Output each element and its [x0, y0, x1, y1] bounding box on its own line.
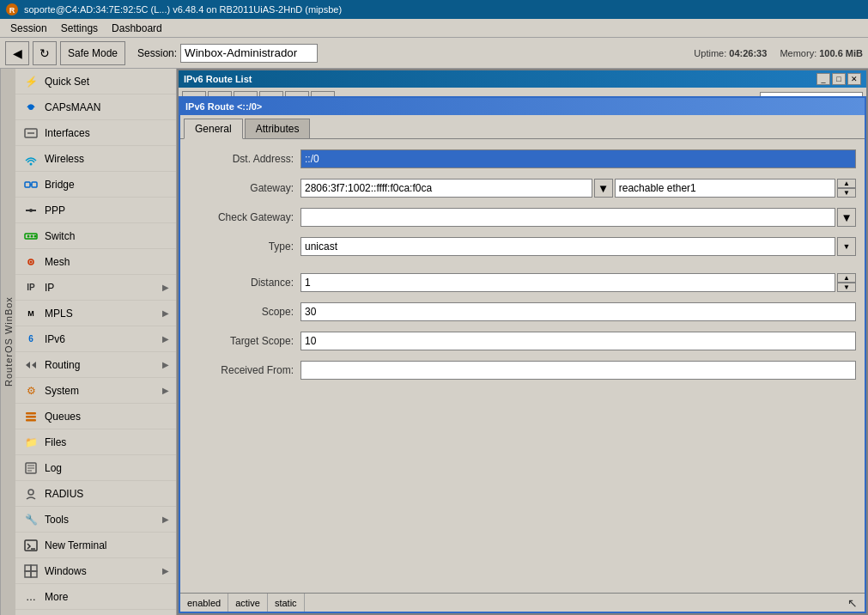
svg-rect-7 [32, 182, 37, 187]
gateway-input[interactable] [300, 179, 592, 198]
sidebar-item-label: Files [45, 436, 169, 448]
distance-spin-up[interactable]: ▲ [837, 273, 856, 283]
uptime-value: 04:26:33 [729, 48, 767, 58]
menu-dashboard[interactable]: Dashboard [105, 21, 169, 36]
title-bar: R soporte@C4:AD:34:7E:92:5C (L...) v6.48… [0, 0, 868, 19]
sidebar-item-label: IPv6 [45, 333, 162, 345]
interfaces-icon [22, 125, 39, 142]
routing-expand-arrow: ▶ [162, 360, 169, 369]
sidebar: ⚡ Quick Set CAPsMAAN Interfaces Wireless [15, 69, 177, 615]
sidebar-item-interfaces[interactable]: Interfaces [15, 120, 176, 146]
sidebar-item-more[interactable]: … More [15, 584, 176, 610]
sidebar-item-switch[interactable]: Switch [15, 223, 176, 249]
sidebar-item-quick-set[interactable]: ⚡ Quick Set [15, 69, 176, 94]
sidebar-item-label: CAPsMAAN [45, 101, 169, 113]
minimize-button[interactable]: _ [816, 73, 830, 85]
distance-spin-down[interactable]: ▼ [837, 283, 856, 292]
type-dropdown[interactable]: ▼ [837, 237, 856, 256]
ppp-icon [22, 202, 39, 219]
sidebar-item-capsman[interactable]: CAPsMAAN [15, 94, 176, 120]
sidebar-item-ppp[interactable]: PPP [15, 198, 176, 223]
routing-icon [22, 356, 39, 374]
cursor-indicator: ↖ [841, 594, 865, 612]
gateway-spin-down[interactable]: ▼ [837, 188, 856, 198]
check-gateway-input[interactable] [300, 208, 835, 227]
sidebar-item-mpls[interactable]: M MPLS ▶ [15, 301, 176, 326]
safe-mode-button[interactable]: Safe Mode [60, 41, 125, 65]
form-row-distance: Distance: ▲ ▼ [189, 271, 856, 294]
form-row-check-gateway: Check Gateway: ▼ [189, 206, 856, 228]
sidebar-item-wireless[interactable]: Wireless [15, 146, 176, 172]
toolbar: ◀ ↻ Safe Mode Session: Uptime: 04:26:33 … [0, 38, 868, 69]
sidebar-item-windows[interactable]: Windows ▶ [15, 558, 176, 584]
type-input[interactable] [300, 237, 835, 256]
scope-input[interactable] [300, 302, 856, 321]
dst-label: Dst. Address: [189, 153, 300, 165]
sidebar-item-mesh[interactable]: Mesh [15, 249, 176, 275]
sidebar-item-queues[interactable]: Queues [15, 404, 176, 429]
scope-label: Scope: [189, 306, 300, 318]
distance-input[interactable] [300, 273, 835, 292]
mesh-icon [22, 253, 39, 271]
sidebar-item-bridge[interactable]: Bridge [15, 172, 176, 198]
forward-button[interactable]: ↻ [33, 41, 57, 65]
main-layout: RouterOS WinBox ⚡ Quick Set CAPsMAAN Int… [0, 69, 868, 615]
menu-settings[interactable]: Settings [54, 21, 105, 36]
sidebar-item-tools[interactable]: 🔧 Tools ▶ [15, 507, 176, 533]
target-scope-label: Target Scope: [189, 335, 300, 347]
switch-icon [22, 228, 39, 245]
sidebar-item-log[interactable]: Log [15, 455, 176, 481]
form-row-gateway: Gateway: ▼ ▲ ▼ [189, 177, 856, 199]
sidebar-item-label: Quick Set [45, 76, 169, 88]
sidebar-item-label: Tools [45, 514, 162, 526]
sidebar-item-label: Switch [45, 230, 169, 242]
close-button[interactable]: ✕ [847, 73, 861, 85]
form-row-type: Type: ▼ [189, 235, 856, 258]
tools-expand-arrow: ▶ [162, 515, 169, 524]
sidebar-item-ip[interactable]: IP IP ▶ [15, 275, 176, 301]
radius-icon [22, 485, 39, 502]
dst-address-input[interactable] [300, 149, 856, 168]
target-scope-input[interactable] [300, 332, 856, 350]
gateway-spin-up[interactable]: ▲ [837, 179, 856, 188]
gateway-dropdown-button[interactable]: ▼ [594, 179, 613, 198]
status-enabled: enabled [180, 594, 228, 612]
session-input[interactable] [180, 44, 318, 63]
route-list-window: IPv6 Route List _ □ ✕ + − ✓ ✕ ⧉ ▼ [177, 69, 868, 615]
capsman-icon [22, 99, 39, 116]
svg-text:R: R [9, 6, 15, 15]
sidebar-item-label: Routing [45, 359, 162, 371]
ip-icon: IP [22, 279, 39, 296]
sidebar-item-system[interactable]: ⚙ System ▶ [15, 378, 176, 404]
tab-general[interactable]: General [184, 119, 243, 139]
window-controls: _ □ ✕ [816, 73, 861, 85]
dialog-title: IPv6 Route <::/0> [185, 101, 262, 112]
files-icon: 📁 [22, 434, 39, 451]
gateway-reachable-input[interactable] [615, 179, 835, 198]
title-bar-text: soporte@C4:AD:34:7E:92:5C (L...) v6.48.4… [24, 4, 863, 15]
menu-session[interactable]: Session [3, 21, 54, 36]
received-from-input[interactable] [300, 361, 856, 380]
sidebar-item-label: Queues [45, 411, 169, 423]
sidebar-item-radius[interactable]: RADIUS [15, 481, 176, 507]
sidebar-item-label: Bridge [45, 179, 169, 191]
sidebar-item-routing[interactable]: Routing ▶ [15, 352, 176, 378]
check-gateway-dropdown[interactable]: ▼ [837, 208, 856, 227]
system-info: Uptime: 04:26:33 Memory: 100.6 MiB [694, 48, 863, 58]
sidebar-item-ipv6[interactable]: 6 IPv6 ▶ [15, 326, 176, 352]
content-area: IPv6 Route List _ □ ✕ + − ✓ ✕ ⧉ ▼ [177, 69, 868, 615]
svg-point-15 [34, 234, 37, 237]
session-field: Session: [137, 44, 318, 63]
sidebar-item-label: PPP [45, 204, 169, 216]
tools-icon: 🔧 [22, 511, 39, 528]
quick-set-icon: ⚡ [22, 73, 39, 90]
sidebar-item-files[interactable]: 📁 Files [15, 429, 176, 455]
maximize-button[interactable]: □ [832, 73, 846, 85]
sidebar-item-new-terminal[interactable]: New Terminal [15, 533, 176, 558]
tab-attributes[interactable]: Attributes [245, 119, 311, 138]
windows-icon [22, 563, 39, 580]
back-button[interactable]: ◀ [5, 41, 29, 65]
sidebar-item-label: System [45, 385, 162, 397]
form-row-target-scope: Target Scope: [189, 330, 856, 352]
distance-group: ▲ ▼ [300, 273, 856, 292]
